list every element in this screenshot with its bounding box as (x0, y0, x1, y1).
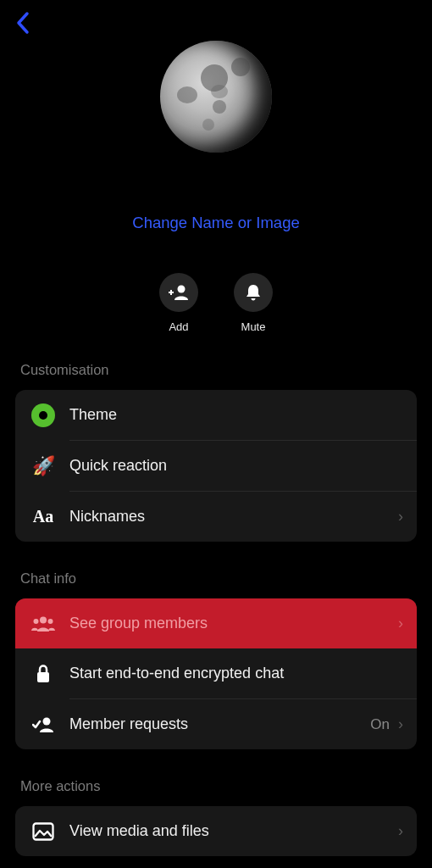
rocket-icon: 🚀 (32, 455, 55, 477)
chat-info-title: Chat info (15, 570, 417, 587)
member-requests-label: Member requests (69, 715, 370, 733)
add-button[interactable]: Add (159, 273, 198, 333)
mute-button[interactable]: Mute (234, 273, 273, 333)
see-group-members-row[interactable]: See group members › (15, 598, 417, 648)
encrypted-chat-row[interactable]: Start end-to-end encrypted chat (15, 648, 417, 698)
image-icon (32, 822, 54, 841)
chevron-right-icon: › (398, 508, 403, 526)
customisation-title: Customisation (15, 362, 417, 378)
chevron-right-icon: › (398, 822, 403, 840)
back-button[interactable] (15, 8, 30, 42)
theme-row[interactable]: Theme (15, 390, 417, 440)
nicknames-label: Nicknames (69, 508, 398, 526)
add-person-icon (169, 284, 189, 301)
member-requests-value: On (370, 716, 390, 733)
view-media-row[interactable]: View media and files › (15, 806, 417, 856)
add-label: Add (169, 320, 188, 333)
mute-label: Mute (241, 320, 266, 333)
encrypted-label: Start end-to-end encrypted chat (69, 665, 403, 682)
svg-point-7 (43, 717, 51, 725)
quick-reaction-row[interactable]: 🚀 Quick reaction (15, 441, 417, 491)
svg-point-5 (48, 619, 53, 624)
theme-label: Theme (69, 406, 403, 424)
chevron-right-icon: › (398, 715, 403, 733)
svg-point-3 (40, 616, 47, 623)
bell-icon (245, 283, 262, 302)
chevron-right-icon: › (398, 615, 403, 632)
person-check-icon (32, 716, 54, 733)
member-requests-row[interactable]: Member requests On › (15, 699, 417, 749)
svg-point-0 (178, 286, 186, 293)
svg-rect-8 (34, 823, 53, 839)
lock-icon (35, 664, 52, 684)
svg-rect-6 (37, 672, 49, 682)
chevron-left-icon (15, 11, 30, 35)
group-avatar[interactable] (160, 41, 272, 153)
see-members-label: See group members (69, 615, 398, 632)
quick-reaction-label: Quick reaction (69, 457, 403, 475)
change-name-image-link[interactable]: Change Name or Image (0, 214, 432, 232)
svg-point-4 (34, 619, 39, 624)
group-icon (30, 615, 56, 632)
view-media-label: View media and files (69, 822, 398, 840)
text-icon: Aa (33, 507, 53, 526)
more-actions-title: More actions (15, 778, 417, 794)
nicknames-row[interactable]: Aa Nicknames › (15, 492, 417, 542)
theme-icon (31, 403, 55, 427)
